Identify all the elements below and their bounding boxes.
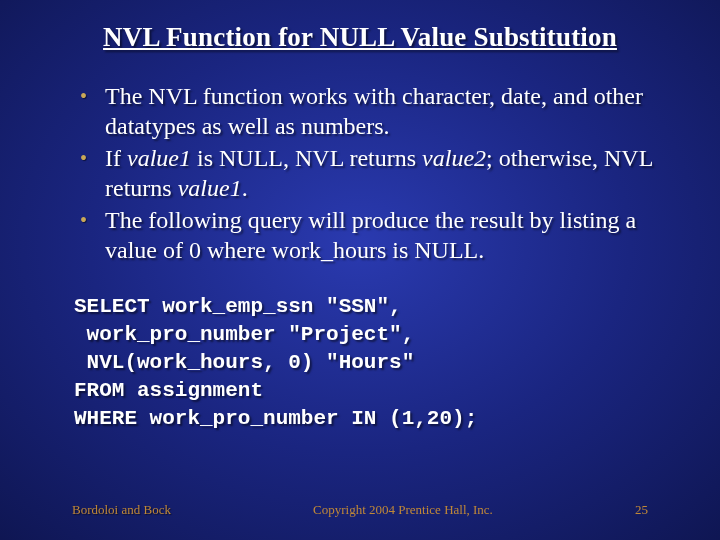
bullet-text: The following query will produce the res… bbox=[105, 205, 670, 265]
footer-copyright: Copyright 2004 Prentice Hall, Inc. bbox=[171, 502, 635, 518]
bullet-list: • The NVL function works with character,… bbox=[50, 81, 670, 265]
slide-title: NVL Function for NULL Value Substitution bbox=[50, 22, 670, 53]
italic-term: value2 bbox=[422, 145, 486, 171]
bullet-icon: • bbox=[80, 81, 87, 111]
bullet-text: If value1 is NULL, NVL returns value2; o… bbox=[105, 143, 670, 203]
slide: NVL Function for NULL Value Substitution… bbox=[0, 0, 720, 540]
bullet-icon: • bbox=[80, 143, 87, 173]
bullet-icon: • bbox=[80, 205, 87, 235]
italic-term: value1 bbox=[127, 145, 191, 171]
footer: Bordoloi and Bock Copyright 2004 Prentic… bbox=[0, 502, 720, 518]
bullet-item: • The following query will produce the r… bbox=[80, 205, 670, 265]
italic-term: value1 bbox=[178, 175, 242, 201]
text-span: is NULL, NVL returns bbox=[191, 145, 422, 171]
bullet-text: The NVL function works with character, d… bbox=[105, 81, 670, 141]
code-block: SELECT work_emp_ssn "SSN", work_pro_numb… bbox=[74, 293, 670, 433]
bullet-item: • If value1 is NULL, NVL returns value2;… bbox=[80, 143, 670, 203]
footer-authors: Bordoloi and Bock bbox=[72, 502, 171, 518]
text-span: . bbox=[242, 175, 248, 201]
text-span: If bbox=[105, 145, 127, 171]
slide-number: 25 bbox=[635, 502, 648, 518]
bullet-item: • The NVL function works with character,… bbox=[80, 81, 670, 141]
